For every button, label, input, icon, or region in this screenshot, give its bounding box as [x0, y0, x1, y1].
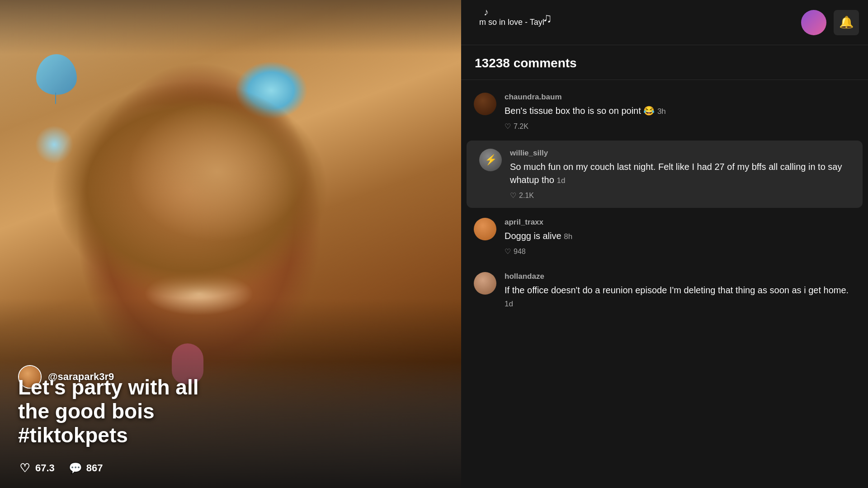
comments-list[interactable]: chaundra.baum Ben's tissue box tho is so…	[461, 80, 868, 488]
caption-text: Let's party with allthe good bois#tiktok…	[18, 375, 198, 447]
comment-likes[interactable]: ♡ 2.1K	[510, 191, 850, 200]
song-label[interactable]: m so in love - Tayl	[470, 18, 544, 27]
heart-icon: ♡	[505, 122, 511, 131]
heart-icon: ♡	[18, 462, 31, 474]
total-comments-label: 13238 comments	[475, 56, 577, 70]
comment-item: hollandaze If the office doesn't do a re…	[461, 264, 868, 323]
comment-likes[interactable]: ♡ 948	[505, 247, 855, 256]
video-panel: @sarapark3r9 Let's party with allthe goo…	[0, 0, 461, 488]
like-value: 7.2K	[514, 122, 528, 131]
avatar[interactable]	[474, 93, 496, 115]
comment-text: Ben's tissue box tho is so on point 😂 3h	[505, 104, 855, 117]
lightning-icon: ⚡	[485, 154, 497, 166]
comment-item: april_traxx Doggg is alive 8h ♡ 948	[461, 210, 868, 264]
comment-item: chaundra.baum Ben's tissue box tho is so…	[461, 84, 868, 139]
avatar[interactable]	[474, 218, 496, 240]
heart-icon: ♡	[510, 191, 516, 200]
comment-item-highlighted: ⚡ willie_silly So much fun on my couch l…	[467, 141, 863, 208]
like-value: 948	[514, 248, 526, 256]
comment-username[interactable]: chaundra.baum	[505, 93, 855, 102]
like-count: 67.3	[35, 462, 55, 474]
comment-username[interactable]: april_traxx	[505, 218, 855, 227]
avatar[interactable]: ⚡	[479, 149, 502, 171]
comment-username[interactable]: willie_silly	[510, 149, 850, 158]
comment-username[interactable]: hollandaze	[505, 272, 855, 281]
music-note-1: ♪	[484, 6, 489, 18]
avatar[interactable]	[474, 272, 496, 295]
like-value: 2.1K	[519, 192, 534, 200]
comment-body: willie_silly So much fun on my couch las…	[510, 149, 850, 200]
bell-icon: 🔔	[839, 15, 854, 29]
video-caption: Let's party with allthe good bois#tiktok…	[18, 375, 443, 447]
comment-count-item[interactable]: 💬 867	[69, 462, 103, 474]
comment-body: chaundra.baum Ben's tissue box tho is so…	[505, 93, 855, 131]
engagement-bar: ♡ 67.3 💬 867	[18, 462, 103, 474]
comment-text: Doggg is alive 8h	[505, 230, 855, 243]
comment-icon: 💬	[69, 462, 82, 474]
top-gradient	[0, 0, 461, 54]
comment-text: If the office doesn't do a reunion episo…	[505, 284, 855, 310]
comment-body: hollandaze If the office doesn't do a re…	[505, 272, 855, 314]
comments-panel: ♪ ♫ m so in love - Tayl 🔔 13238 comments…	[461, 0, 868, 488]
video-background: @sarapark3r9 Let's party with allthe goo…	[0, 0, 461, 488]
comment-body: april_traxx Doggg is alive 8h ♡ 948	[505, 218, 855, 256]
profile-avatar-button[interactable]	[801, 10, 826, 35]
music-note-2: ♫	[542, 11, 552, 25]
notification-button[interactable]: 🔔	[834, 10, 859, 35]
heart-icon: ♡	[505, 247, 511, 256]
comment-count-header: 13238 comments	[461, 45, 868, 80]
comment-count: 867	[86, 462, 103, 474]
like-count-item[interactable]: ♡ 67.3	[18, 462, 55, 474]
top-bar: ♪ ♫ m so in love - Tayl 🔔	[461, 0, 868, 45]
comment-likes[interactable]: ♡ 7.2K	[505, 122, 855, 131]
comment-text: So much fun on my couch last night. Felt…	[510, 160, 850, 187]
